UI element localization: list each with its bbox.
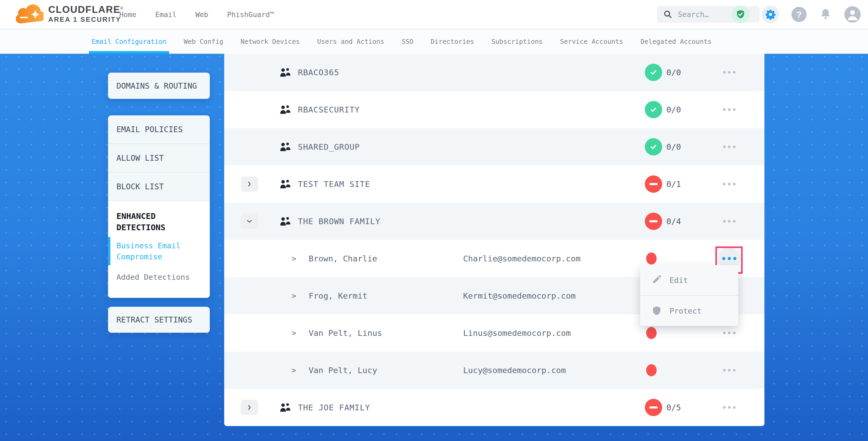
sidebar-item-block-list[interactable]: BLOCK LIST <box>108 172 210 201</box>
chevron-right-icon <box>246 404 253 411</box>
shield-icon <box>651 306 662 316</box>
user-name: Van Pelt, Lucy <box>309 366 377 375</box>
cloudflare-cloud-icon <box>15 3 43 25</box>
table-row[interactable]: THE BROWN FAMILY 0/4 <box>224 203 765 240</box>
user-chevron[interactable]: > <box>291 328 296 338</box>
group-icon <box>279 67 291 77</box>
sidebar-section-enhanced-detections: ENHANCED DETECTIONS Business Email Compr… <box>108 201 210 298</box>
collapse-row-button[interactable] <box>241 214 258 229</box>
row-actions-button[interactable] <box>717 172 741 196</box>
tab-subscriptions[interactable]: Subscriptions <box>491 29 543 54</box>
sidebar-label-block-list: BLOCK LIST <box>117 182 164 191</box>
tab-directories[interactable]: Directories <box>431 29 474 54</box>
sidebar-item-email-policies[interactable]: EMAIL POLICIES <box>108 115 210 144</box>
user-name: Frog, Kermit <box>309 291 367 301</box>
row-actions-button[interactable] <box>717 358 741 382</box>
cloudflare-logo: CLOUDFLARE® AREA 1 SECURITY <box>15 3 124 25</box>
tab-sso[interactable]: SSO <box>401 29 413 54</box>
protected-count: 0/4 <box>666 217 681 226</box>
chevron-down-icon <box>246 218 253 225</box>
group-icon <box>279 104 291 115</box>
settings-gear-icon[interactable] <box>762 5 779 23</box>
table-row[interactable]: RBACO365 0/0 <box>224 54 765 91</box>
status-blocked-badge <box>645 399 662 416</box>
protected-count: 0/5 <box>666 403 681 412</box>
status-ok-badge <box>645 64 662 81</box>
status-ok-badge <box>645 101 662 118</box>
table-row[interactable]: > Van Pelt, Lucy Lucy@somedemocorp.com <box>224 352 765 389</box>
expand-row-button[interactable] <box>241 177 258 192</box>
expand-row-button[interactable] <box>241 400 258 415</box>
tab-network-devices[interactable]: Network Devices <box>241 29 300 54</box>
group-name: RBACO365 <box>298 68 339 77</box>
sidebar-item-added-detections[interactable]: Added Detections <box>108 267 210 287</box>
nav-item-home[interactable]: Home <box>119 10 136 19</box>
user-chevron[interactable]: > <box>291 366 296 375</box>
table-row[interactable]: RBACSECURITY 0/0 <box>224 91 765 128</box>
user-email: Kermit@somedemocorp.com <box>463 291 576 301</box>
tab-users-and-actions[interactable]: Users and Actions <box>317 29 384 54</box>
table-row[interactable]: SHARED_GROUP 0/0 <box>224 128 765 165</box>
row-actions-button[interactable] <box>717 135 741 159</box>
table-row[interactable]: THE JOE FAMILY 0/5 <box>224 389 765 426</box>
sidebar-label-allow-list: ALLOW LIST <box>117 153 164 163</box>
sidebar-item-enhanced-detections[interactable]: ENHANCED DETECTIONS <box>108 201 210 235</box>
group-icon <box>279 216 291 226</box>
search-icon <box>663 10 673 19</box>
sidebar-item-retract-settings[interactable]: RETRACT SETTINGS <box>108 307 210 333</box>
group-icon <box>279 402 291 413</box>
group-icon <box>279 179 291 189</box>
help-glyph: ? <box>797 9 802 20</box>
unprotected-dot <box>646 327 657 339</box>
user-avatar-icon[interactable] <box>844 6 861 23</box>
groups-table: RBACO365 0/0 RBACSECURITY 0/0 SHARED <box>224 54 765 426</box>
sidebar-label-email-policies: EMAIL POLICIES <box>117 125 183 134</box>
protection-status-icon[interactable] <box>732 5 749 23</box>
user-chevron[interactable]: > <box>291 291 296 300</box>
config-tabs: Email Configuration Web Config Network D… <box>0 29 868 54</box>
tab-delegated-accounts[interactable]: Delegated Accounts <box>640 29 711 54</box>
row-actions-button[interactable] <box>717 396 741 419</box>
help-icon[interactable]: ? <box>792 7 807 22</box>
protected-count: 0/0 <box>666 105 681 114</box>
unprotected-dot <box>646 364 657 376</box>
brand-name: CLOUDFLARE® <box>48 5 124 15</box>
group-name: TEST TEAM SITE <box>298 179 370 189</box>
row-actions-button[interactable] <box>717 60 741 85</box>
protected-count: 0/0 <box>666 68 681 77</box>
pencil-icon <box>651 275 662 286</box>
sidebar-item-allow-list[interactable]: ALLOW LIST <box>108 144 210 172</box>
unprotected-dot <box>646 252 657 264</box>
minus-icon <box>649 183 658 185</box>
nav-item-email[interactable]: Email <box>155 10 177 19</box>
sidebar-item-business-email-compromise[interactable]: Business Email Compromise <box>108 235 210 267</box>
header-icons: ? <box>732 0 861 29</box>
brand-product: AREA 1 SECURITY <box>48 16 124 23</box>
table-row[interactable]: TEST TEAM SITE 0/1 <box>224 165 765 203</box>
user-email: Lucy@somedemocorp.com <box>463 366 566 375</box>
row-actions-button[interactable] <box>717 209 741 233</box>
user-name: Van Pelt, Linus <box>309 328 382 338</box>
nav-item-web[interactable]: Web <box>195 10 208 19</box>
status-blocked-badge <box>645 176 662 193</box>
sidebar-label-bec: Business Email Compromise <box>117 241 180 261</box>
tab-service-accounts[interactable]: Service Accounts <box>560 29 623 54</box>
minus-icon <box>649 406 658 408</box>
tab-email-configuration[interactable]: Email Configuration <box>92 29 166 54</box>
nav-item-phishguard[interactable]: PhishGuard™ <box>227 10 274 19</box>
sidebar-label-added-detections: Added Detections <box>117 273 190 282</box>
menu-item-edit-label: Edit <box>670 276 688 285</box>
row-actions-button[interactable] <box>717 98 741 122</box>
user-email: Charlie@somedemocorp.com <box>463 254 581 263</box>
tab-web-config[interactable]: Web Config <box>184 29 223 54</box>
sidebar-label-domains-routing: DOMAINS & ROUTING <box>117 81 197 90</box>
user-chevron[interactable]: > <box>291 254 296 263</box>
notifications-bell-icon[interactable] <box>819 8 832 21</box>
sidebar-item-domains-routing[interactable]: DOMAINS & ROUTING <box>108 73 210 99</box>
menu-item-edit[interactable]: Edit <box>640 265 738 295</box>
user-name: Brown, Charlie <box>309 254 377 263</box>
group-name: THE JOE FAMILY <box>298 403 370 412</box>
row-actions-menu: Edit Protect <box>640 265 738 326</box>
group-name: RBACSECURITY <box>298 105 360 114</box>
menu-item-protect[interactable]: Protect <box>640 295 738 326</box>
